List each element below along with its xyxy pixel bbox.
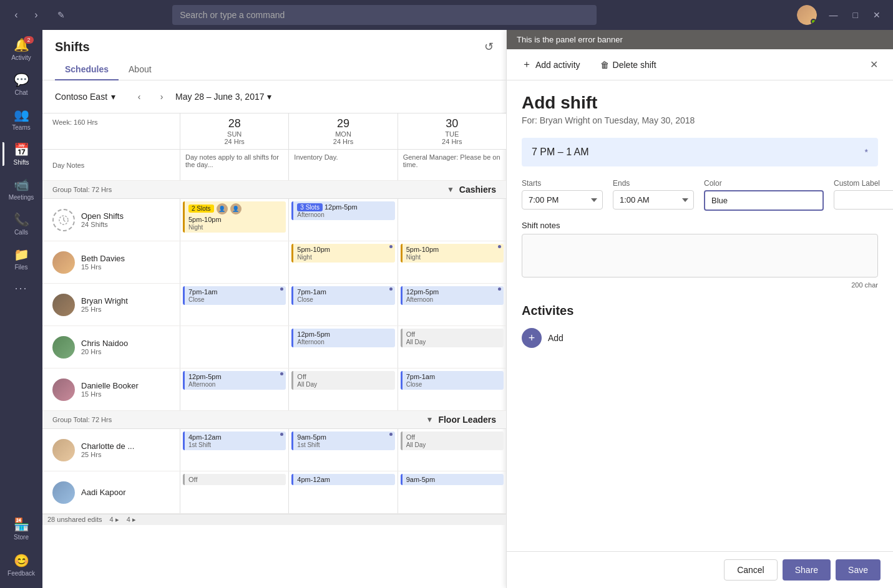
- shift-block[interactable]: 9am-5pm: [401, 474, 504, 485]
- sidebar-item-teams[interactable]: 👥 Teams: [2, 102, 40, 136]
- shift-cell[interactable]: Off All Day: [398, 326, 506, 368]
- date-range-selector[interactable]: May 28 – June 3, 2017 ▾: [175, 92, 271, 102]
- date-prev-button[interactable]: ‹: [130, 88, 148, 105]
- action-count-2: 4 ▸: [127, 516, 136, 524]
- shift-cell[interactable]: Off All Day: [288, 369, 397, 410]
- avatar[interactable]: [797, 5, 817, 25]
- shift-cell[interactable]: 7pm-1am Close: [180, 284, 288, 325]
- sidebar-item-more[interactable]: ···: [2, 277, 40, 300]
- add-activity-button[interactable]: ＋ Add activity: [517, 55, 585, 74]
- shift-cell[interactable]: [180, 326, 288, 368]
- sidebar-item-calls[interactable]: 📞 Calls: [2, 207, 40, 241]
- avatar: [52, 294, 75, 316]
- tab-about[interactable]: About: [119, 59, 162, 80]
- open-shift-block-1[interactable]: 3 Slots 12pm-5pm Afternoon: [291, 201, 394, 220]
- shift-cell[interactable]: Off All Day: [398, 429, 506, 471]
- nav-forward-button[interactable]: ›: [27, 6, 45, 24]
- shift-cell[interactable]: 12pm-5pm Afternoon: [398, 284, 506, 325]
- shift-block[interactable]: 4pm-12am 1st Shift: [183, 431, 286, 450]
- maximize-button[interactable]: □: [848, 7, 863, 22]
- sidebar-item-shifts[interactable]: 📅 Shifts: [2, 137, 40, 171]
- grid-hrs: 24 Hrs: [294, 138, 392, 145]
- add-activity-inline-button[interactable]: + Add: [522, 328, 564, 348]
- save-button[interactable]: Save: [836, 559, 881, 581]
- date-next-button[interactable]: ›: [153, 88, 170, 105]
- search-input[interactable]: [172, 5, 597, 25]
- cancel-button[interactable]: Cancel: [724, 559, 778, 581]
- shift-cell[interactable]: 5pm-10pm Night: [288, 241, 397, 283]
- shift-block[interactable]: 12pm-5pm Afternoon: [291, 329, 394, 347]
- delete-shift-button[interactable]: 🗑 Delete shift: [595, 57, 661, 72]
- shift-block[interactable]: 7pm-1am Close: [183, 286, 286, 305]
- share-button[interactable]: Share: [783, 559, 831, 581]
- tab-schedules[interactable]: Schedules: [55, 59, 119, 80]
- open-shift-block-0[interactable]: 2 Slots 👤 👤 5pm-10pm Night: [183, 201, 286, 233]
- shift-cell[interactable]: 12pm-5pm Afternoon: [180, 369, 288, 410]
- time-asterisk: *: [865, 147, 868, 157]
- shift-block[interactable]: 9am-5pm 1st Shift: [291, 431, 394, 450]
- sidebar-item-files[interactable]: 📁 Files: [2, 242, 40, 276]
- starts-label: Starts: [522, 179, 603, 188]
- top-bar: ‹ › ✎ — □ ✕: [0, 0, 893, 30]
- shift-block[interactable]: 5pm-10pm Night: [401, 244, 504, 263]
- open-shifts-cell-0[interactable]: 2 Slots 👤 👤 5pm-10pm Night: [180, 199, 288, 241]
- shift-time: 7pm-1am: [406, 373, 435, 380]
- shift-block[interactable]: Off: [183, 474, 286, 485]
- shift-time: 5pm-10pm: [406, 246, 439, 253]
- shift-block[interactable]: 4pm-12am: [291, 474, 394, 485]
- refresh-button[interactable]: ↺: [484, 40, 494, 54]
- shift-block[interactable]: 7pm-1am Close: [291, 286, 394, 305]
- custom-label-input[interactable]: [834, 190, 893, 210]
- shift-cell[interactable]: 7pm-1am Close: [398, 369, 506, 410]
- starts-select[interactable]: 7:00 PM: [522, 190, 603, 210]
- floor-leaders-collapse-button[interactable]: ▼: [426, 415, 434, 424]
- close-button[interactable]: ✕: [868, 7, 886, 22]
- compose-button[interactable]: ✎: [52, 6, 70, 24]
- shift-cell[interactable]: 9am-5pm 1st Shift: [288, 429, 397, 471]
- panel-close-button[interactable]: ✕: [865, 56, 883, 73]
- sidebar-item-meetings[interactable]: 📹 Meetings: [2, 172, 40, 206]
- shift-block[interactable]: Off All Day: [401, 431, 504, 450]
- sidebar-item-store[interactable]: 🏪 Store: [2, 512, 40, 546]
- shift-block[interactable]: 5pm-10pm Night: [291, 244, 394, 263]
- shift-cell[interactable]: 5pm-10pm Night: [398, 241, 506, 283]
- open-shift-label: Night: [188, 224, 203, 231]
- sidebar-item-activity[interactable]: 🔔 Activity 2: [2, 32, 40, 66]
- shift-block[interactable]: Off All Day: [401, 329, 504, 347]
- sidebar-item-label: Shifts: [13, 159, 29, 166]
- shift-time: Off: [406, 433, 415, 441]
- employee-hrs: 15 Hrs: [81, 390, 139, 398]
- sidebar-item-chat[interactable]: 💬 Chat: [2, 67, 40, 101]
- shift-cell[interactable]: 7pm-1am Close: [288, 284, 397, 325]
- shift-cell[interactable]: 12pm-5pm Afternoon: [288, 326, 397, 368]
- location-selector[interactable]: Contoso East ▾: [55, 92, 115, 102]
- shift-block[interactable]: 12pm-5pm Afternoon: [183, 371, 286, 390]
- date-range-label: May 28 – June 3, 2017: [175, 92, 264, 102]
- sidebar-item-feedback[interactable]: 😊 Feedback: [2, 548, 40, 582]
- shift-block[interactable]: 12pm-5pm Afternoon: [401, 286, 504, 305]
- grid-header-cell-29: 29 MON 24 Hrs: [288, 113, 397, 149]
- right-panel: This is the panel error banner ＋ Add act…: [506, 30, 893, 588]
- open-shifts-cell-1[interactable]: 3 Slots 12pm-5pm Afternoon: [288, 199, 397, 241]
- minimize-button[interactable]: —: [824, 7, 843, 22]
- shift-cell[interactable]: 4pm-12am: [288, 471, 397, 513]
- shift-block[interactable]: 7pm-1am Close: [401, 371, 504, 390]
- ends-select[interactable]: 1:00 AM: [613, 190, 694, 210]
- page-header: Shifts Schedules About ↺: [42, 30, 506, 80]
- shift-cell[interactable]: [180, 241, 288, 283]
- shift-cell[interactable]: Off: [180, 471, 288, 513]
- color-input[interactable]: [704, 190, 824, 211]
- shift-cell[interactable]: 4pm-12am 1st Shift: [180, 429, 288, 471]
- employee-info-charlotte: Charlotte de ... 25 Hrs: [81, 441, 134, 458]
- shift-cell[interactable]: 9am-5pm: [398, 471, 506, 513]
- sidebar: 🔔 Activity 2 💬 Chat 👥 Teams 📅 Shifts 📹 M…: [0, 30, 42, 588]
- add-activity-label: Add activity: [535, 60, 580, 70]
- user-badge-2: 👤: [230, 203, 242, 214]
- grid-header-cell-28: 28 SUN 24 Hrs: [180, 113, 288, 149]
- shift-notes-input[interactable]: [522, 234, 878, 277]
- custom-label-label: Custom Label: [834, 179, 893, 188]
- nav-back-button[interactable]: ‹: [7, 6, 25, 24]
- cashiers-collapse-button[interactable]: ▼: [447, 185, 454, 194]
- shift-block[interactable]: Off All Day: [291, 371, 394, 390]
- open-shifts-cell-2: [398, 199, 506, 241]
